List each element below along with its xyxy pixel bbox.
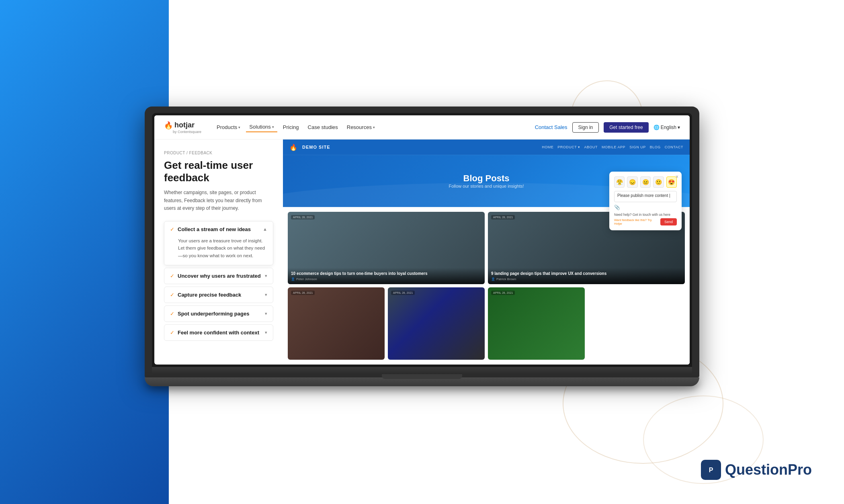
site-content: 🔥 hotjar by Contentsquare Products ▾ (154, 115, 690, 365)
nav-case-studies[interactable]: Case studies (305, 123, 341, 132)
laptop-bezel: 🔥 hotjar by Contentsquare Products ▾ (152, 113, 692, 367)
demo-nav-product: PRODUCT ▾ (557, 145, 580, 149)
accordion-header-5[interactable]: ✓ Feel more confident with context ▾ (164, 325, 273, 340)
blog-card-img-3: APRIL 28, 2021 (288, 287, 385, 360)
get-started-button[interactable]: Get started free (604, 122, 648, 133)
demo-site: 🔥 DEMO SITE HOME PRODUCT ▾ ABOUT MOBILE … (283, 139, 690, 365)
feedback-branding: Want feedback like this? Try Hotjar Send (614, 218, 677, 225)
demo-blog-grid: APRIL 28, 2021 10 ecommerce design tips … (283, 207, 690, 365)
accordion-header-3[interactable]: ✓ Capture precise feedback ▾ (164, 287, 273, 303)
blog-card-date-5: APRIL 28, 2021 (491, 291, 515, 295)
logo-sub: by Contentsquare (173, 130, 201, 134)
emoji-neutral[interactable]: 😐 (640, 176, 651, 188)
demo-nav-contact: CONTACT (665, 145, 683, 149)
accordion-text-1: Your users are a treasure trove of insig… (178, 237, 267, 259)
qp-icon: P (701, 460, 721, 480)
main-area: PRODUCT / FEEDBACK Get real-time user fe… (154, 139, 690, 365)
accordion-item-3: ✓ Capture precise feedback ▾ (164, 287, 273, 303)
blog-card-date-2: APRIL 28, 2021 (491, 215, 515, 219)
accordion-header-1[interactable]: ✓ Collect a stream of new ideas ▲ (164, 221, 273, 237)
blog-card-content-1: 10 ecommerce design tips to turn one-tim… (288, 268, 485, 284)
language-selector[interactable]: 🌐 English ▾ (653, 125, 680, 130)
questionpro-logo: P QuestionPro (701, 460, 812, 480)
questionpro-text: QuestionPro (725, 461, 812, 478)
accordion-chevron-4: ▾ (265, 311, 267, 316)
accordion-header-2[interactable]: ✓ Uncover why users are frustrated ▾ (164, 268, 273, 284)
blog-card-date-3: APRIL 28, 2021 (291, 291, 315, 295)
branding-text: Want feedback like this? Try Hotjar (614, 218, 660, 225)
svg-text:P: P (709, 467, 713, 473)
laptop-wrapper: 🔥 hotjar by Contentsquare Products ▾ (145, 107, 699, 386)
check-icon-3: ✓ (170, 292, 174, 298)
accordion-header-4[interactable]: ✓ Spot underperforming pages ▾ (164, 306, 273, 322)
nav-links: Products ▾ Solutions ▾ Pricing (213, 122, 535, 132)
accordion-item-5: ✓ Feel more confident with context ▾ (164, 324, 273, 341)
demo-navbar: 🔥 DEMO SITE HOME PRODUCT ▾ ABOUT MOBILE … (283, 139, 690, 155)
demo-site-name: DEMO SITE (302, 145, 330, 150)
nav-pricing[interactable]: Pricing (280, 123, 302, 132)
accordion-item-2: ✓ Uncover why users are frustrated ▾ (164, 268, 273, 284)
accordion-title-4: Spot underperforming pages (178, 311, 249, 317)
emoji-sad[interactable]: 😞 (627, 176, 637, 188)
accordion-header-left-1: ✓ Collect a stream of new ideas (170, 226, 251, 232)
feedback-text-input[interactable]: Please publish more content | (614, 191, 677, 202)
accordion-chevron-5: ▾ (265, 330, 267, 335)
page-title: Get real-time user feedback (164, 159, 273, 184)
accordion-body-1: Your users are a treasure trove of insig… (164, 237, 273, 265)
accordion-title-2: Uncover why users are frustrated (178, 273, 261, 279)
panel-description: Whether campaigns, site pages, or produc… (164, 189, 273, 212)
sign-in-button[interactable]: Sign in (572, 122, 599, 133)
hotjar-logo: 🔥 hotjar by Contentsquare (164, 121, 201, 134)
check-icon-2: ✓ (170, 273, 174, 279)
accordion-header-left-5: ✓ Feel more confident with context (170, 330, 259, 336)
check-icon-4: ✓ (170, 311, 174, 317)
feedback-footer: Need help? Get in touch with us here (614, 213, 677, 217)
laptop: 🔥 hotjar by Contentsquare Products ▾ (145, 107, 699, 386)
nav-solutions[interactable]: Solutions ▾ (246, 122, 277, 132)
laptop-base (152, 367, 692, 374)
blog-card-date-1: APRIL 28, 2021 (291, 215, 315, 219)
nav-resources[interactable]: Resources ▾ (344, 123, 378, 132)
left-panel: PRODUCT / FEEDBACK Get real-time user fe… (154, 139, 283, 365)
accordion-title-3: Capture precise feedback (178, 292, 241, 298)
blog-card-5: APRIL 28, 2021 (488, 287, 585, 360)
accordion-title-5: Feel more confident with context (178, 330, 259, 336)
author-icon-1: 👤 (291, 277, 295, 281)
accordion: ✓ Collect a stream of new ideas ▲ Your u… (164, 221, 273, 343)
nav-products[interactable]: Products ▾ (213, 123, 244, 132)
emoji-happy[interactable]: 🙂 (653, 176, 664, 188)
accordion-header-left-3: ✓ Capture precise feedback (170, 292, 241, 298)
right-panel: 🔥 DEMO SITE HOME PRODUCT ▾ ABOUT MOBILE … (283, 139, 690, 365)
laptop-screen-outer: 🔥 hotjar by Contentsquare Products ▾ (145, 107, 699, 377)
demo-nav-mobile: MOBILE APP (602, 145, 625, 149)
accordion-header-left-4: ✓ Spot underperforming pages (170, 311, 249, 317)
contact-sales-link[interactable]: Contact Sales (535, 124, 567, 130)
nav-right: Contact Sales Sign in Get started free 🌐… (535, 122, 680, 133)
blog-card-3: APRIL 28, 2021 (288, 287, 385, 360)
laptop-screen: 🔥 hotjar by Contentsquare Products ▾ (154, 115, 690, 365)
flame-icon: 🔥 (164, 121, 173, 130)
emoji-angry[interactable]: 😤 (614, 176, 625, 188)
blog-card-1: APRIL 28, 2021 10 ecommerce design tips … (288, 212, 485, 284)
accordion-title-1: Collect a stream of new ideas (178, 226, 251, 232)
accordion-chevron-1: ▲ (263, 227, 267, 232)
accordion-header-left-2: ✓ Uncover why users are frustrated (170, 273, 261, 279)
globe-icon: 🌐 (653, 125, 660, 130)
accordion-item-1: ✓ Collect a stream of new ideas ▲ Your u… (164, 221, 273, 265)
lang-chevron-icon: ▾ (678, 125, 680, 130)
blog-card-4: APRIL 28, 2021 (388, 287, 485, 360)
check-icon-5: ✓ (170, 330, 174, 336)
demo-nav-about: ABOUT (584, 145, 598, 149)
blog-card-img-1: APRIL 28, 2021 10 ecommerce design tips … (288, 212, 485, 284)
demo-flame-icon: 🔥 (289, 143, 297, 151)
blog-card-img-5: APRIL 28, 2021 (488, 287, 585, 360)
breadcrumb: PRODUCT / FEEDBACK (164, 151, 273, 155)
feedback-attachment: 📎 (614, 205, 677, 210)
close-button[interactable]: × (676, 174, 678, 180)
demo-hero-subtitle: Follow our stories and unique insights! (449, 184, 524, 188)
demo-nav-home: HOME (542, 145, 553, 149)
feedback-widget: × 😤 😞 😐 🙂 😍 (609, 172, 682, 230)
send-button[interactable]: Send (660, 218, 677, 225)
blog-card-author-1: 👤 Peter Johnson (291, 277, 481, 281)
blog-card-title-2: 9 landing page design tips that improve … (491, 271, 682, 276)
